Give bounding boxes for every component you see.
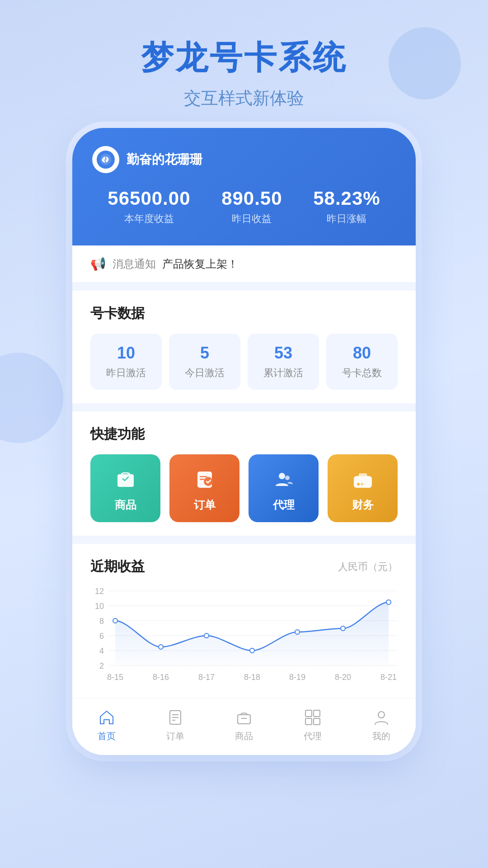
stat-yesterday-value: 890.50	[221, 188, 282, 209]
stat-annual-value: 56500.00	[108, 188, 190, 209]
quick-btn-agent-label: 代理	[273, 498, 295, 512]
svg-rect-9	[354, 478, 372, 481]
nav-label-agent: 代理	[304, 730, 322, 742]
svg-text:8-16: 8-16	[153, 673, 169, 682]
svg-point-48	[378, 712, 385, 718]
svg-text:8: 8	[99, 617, 104, 626]
quick-btn-finance[interactable]: 财务	[328, 454, 398, 522]
card-label-3: 号卡总数	[331, 366, 393, 380]
svg-text:8-19: 8-19	[289, 673, 305, 682]
app-body: 📢 消息通知 产品恢复上架！ 号卡数据 10 昨日激活 5 今日激活 53 累计…	[72, 245, 416, 755]
card-total-activation: 53 累计激活	[248, 334, 319, 390]
nav-label-orders: 订单	[166, 730, 184, 742]
logo-icon	[96, 150, 115, 169]
svg-text:2: 2	[99, 661, 104, 670]
svg-text:8-17: 8-17	[198, 673, 215, 682]
chart-area: 12 10 8 6 4 2	[90, 585, 398, 684]
svg-rect-42	[238, 715, 250, 724]
bg-decoration-circle-top	[389, 27, 461, 99]
stat-yesterday-label: 昨日收益	[221, 212, 282, 226]
stat-growth: 58.23% 昨日涨幅	[313, 188, 380, 226]
card-label-1: 今日激活	[174, 366, 236, 380]
svg-text:8-20: 8-20	[335, 673, 351, 682]
svg-text:4: 4	[99, 646, 104, 656]
card-grid: 10 昨日激活 5 今日激活 53 累计激活 80 号卡总数	[90, 334, 398, 390]
svg-point-30	[386, 600, 391, 604]
stat-annual-label: 本年度收益	[108, 212, 190, 226]
svg-point-11	[361, 483, 363, 486]
svg-point-26	[204, 633, 209, 638]
stat-yesterday: 890.50 昨日收益	[221, 188, 282, 226]
app-logo	[92, 146, 119, 173]
goods-nav-icon	[234, 708, 254, 727]
quick-btn-finance-label: 财务	[352, 498, 374, 512]
svg-point-6	[279, 473, 285, 479]
svg-text:8-21: 8-21	[380, 673, 397, 682]
svg-rect-8	[354, 476, 372, 488]
svg-point-24	[113, 618, 117, 623]
card-value-2: 53	[252, 344, 314, 363]
quick-btn-agent[interactable]: 代理	[249, 454, 319, 522]
bg-decoration-circle-left	[0, 353, 63, 443]
card-today-activation: 5 今日激活	[169, 334, 240, 390]
finance-icon	[350, 467, 375, 492]
svg-text:10: 10	[95, 602, 104, 611]
stat-growth-label: 昨日涨幅	[313, 212, 380, 226]
quick-btn-goods[interactable]: 商品	[90, 454, 160, 522]
svg-rect-45	[314, 710, 320, 717]
notice-text: 产品恢复上架！	[162, 257, 238, 271]
chart-title: 近期收益	[90, 557, 145, 576]
svg-text:8-18: 8-18	[244, 673, 260, 682]
chart-unit: 人民币（元）	[338, 560, 398, 574]
svg-text:8-15: 8-15	[107, 673, 123, 682]
nav-label-home: 首页	[98, 730, 116, 742]
card-data-title: 号卡数据	[90, 304, 398, 323]
agent-nav-icon	[303, 708, 323, 727]
card-label-0: 昨日激活	[95, 366, 157, 380]
phone-mockup: 勤奋的花珊珊 56500.00 本年度收益 890.50 昨日收益 58.23%…	[72, 128, 416, 755]
mine-icon	[371, 708, 391, 727]
svg-text:6: 6	[99, 632, 104, 641]
svg-point-3	[204, 477, 213, 486]
quick-btn-goods-label: 商品	[115, 498, 136, 512]
chart-header: 近期收益 人民币（元）	[90, 557, 398, 576]
card-data-section: 号卡数据 10 昨日激活 5 今日激活 53 累计激活 80 号卡总数	[72, 291, 416, 403]
chart-svg: 12 10 8 6 4 2	[90, 585, 398, 684]
agent-icon	[271, 467, 296, 492]
svg-point-29	[341, 626, 345, 631]
nav-item-agent[interactable]: 代理	[303, 708, 323, 742]
home-icon	[97, 708, 117, 727]
card-total-cards: 80 号卡总数	[326, 334, 398, 390]
quick-functions-title: 快捷功能	[90, 425, 398, 443]
username-label: 勤奋的花珊珊	[127, 151, 202, 168]
app-header: 勤奋的花珊珊 56500.00 本年度收益 890.50 昨日收益 58.23%…	[72, 128, 416, 245]
bottom-nav: 首页 订单	[72, 698, 416, 755]
svg-point-27	[250, 648, 254, 653]
nav-item-mine[interactable]: 我的	[371, 708, 391, 742]
nav-item-goods[interactable]: 商品	[234, 708, 254, 742]
stat-annual: 56500.00 本年度收益	[108, 188, 190, 226]
goods-icon	[113, 467, 138, 492]
card-label-2: 累计激活	[252, 366, 314, 380]
card-yesterday-activation: 10 昨日激活	[90, 334, 162, 390]
quick-btn-order[interactable]: 订单	[169, 454, 239, 522]
svg-point-10	[357, 483, 360, 486]
nav-item-home[interactable]: 首页	[97, 708, 117, 742]
quick-btn-order-label: 订单	[194, 498, 216, 512]
card-value-1: 5	[174, 344, 236, 363]
svg-rect-4	[200, 476, 207, 477]
user-row: 勤奋的花珊珊	[92, 146, 396, 173]
notice-label: 消息通知	[113, 257, 156, 271]
svg-point-25	[159, 645, 163, 649]
svg-rect-1	[117, 474, 134, 487]
card-value-3: 80	[331, 344, 393, 363]
svg-point-28	[295, 630, 300, 634]
svg-text:12: 12	[95, 587, 104, 596]
chart-section: 近期收益 人民币（元） 12 10 8 6 4 2	[72, 544, 416, 698]
notice-icon: 📢	[90, 256, 106, 271]
stat-growth-value: 58.23%	[313, 188, 380, 209]
notice-bar: 📢 消息通知 产品恢复上架！	[72, 245, 416, 283]
nav-label-goods: 商品	[235, 730, 253, 742]
nav-item-orders[interactable]: 订单	[165, 708, 185, 742]
card-value-0: 10	[95, 344, 157, 363]
